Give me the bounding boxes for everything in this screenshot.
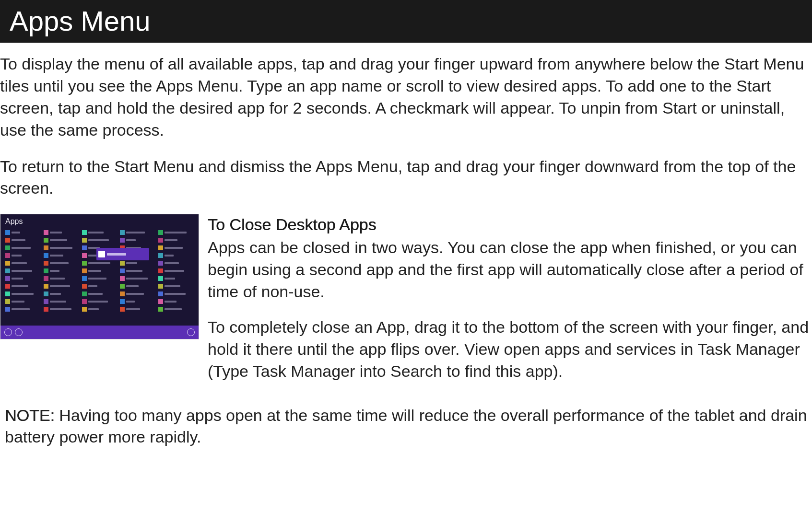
app-icon xyxy=(120,238,125,243)
app-label-placeholder xyxy=(88,262,110,264)
app-icon xyxy=(5,299,10,304)
page-title: Apps Menu xyxy=(10,5,150,36)
note-block: NOTE: Having too many apps open at the s… xyxy=(0,396,812,449)
app-label-placeholder xyxy=(12,255,22,256)
app-icon xyxy=(44,299,48,304)
app-icon xyxy=(158,299,163,304)
app-icon xyxy=(5,253,10,258)
highlighted-app-icon xyxy=(98,251,105,257)
screenshot-app-item xyxy=(82,283,118,289)
app-label-placeholder xyxy=(126,278,148,280)
app-label-placeholder xyxy=(50,301,66,303)
two-column-section: Apps To Close Desktop Apps Apps can be c… xyxy=(0,214,812,396)
app-icon xyxy=(158,245,163,250)
app-label-placeholder xyxy=(126,293,144,295)
app-icon xyxy=(120,307,125,312)
screenshot-app-item xyxy=(158,299,194,304)
screenshot-app-item xyxy=(158,283,194,289)
screenshot-footer-bar xyxy=(0,326,199,339)
app-icon xyxy=(44,284,48,289)
app-label-placeholder xyxy=(126,285,139,287)
app-label-placeholder xyxy=(165,293,186,295)
close-apps-paragraph-2: To completely close an App, drag it to t… xyxy=(208,316,812,383)
screenshot-app-item xyxy=(5,260,41,266)
app-label-placeholder xyxy=(165,301,177,303)
app-icon xyxy=(5,291,10,296)
app-label-placeholder xyxy=(12,247,31,249)
app-label-placeholder xyxy=(12,293,34,295)
screenshot-app-item xyxy=(158,276,194,281)
screenshot-app-item xyxy=(120,299,155,304)
content-area: To display the menu of all available app… xyxy=(0,43,812,448)
app-icon xyxy=(5,276,10,281)
highlighted-app-label xyxy=(107,253,126,256)
app-icon xyxy=(44,307,48,312)
app-icon xyxy=(44,268,48,273)
screenshot-column xyxy=(158,230,194,325)
screenshot-highlighted-app xyxy=(96,248,149,260)
screenshot-app-item xyxy=(5,276,41,281)
screenshot-column xyxy=(44,230,79,325)
screenshot-app-item xyxy=(44,253,79,258)
screenshot-app-item xyxy=(44,299,79,304)
app-label-placeholder xyxy=(165,255,174,256)
app-label-placeholder xyxy=(88,308,99,310)
app-label-placeholder xyxy=(50,239,67,241)
app-label-placeholder xyxy=(50,262,69,264)
app-label-placeholder xyxy=(165,285,180,287)
screenshot-app-item xyxy=(120,230,155,235)
screenshot-app-item xyxy=(5,230,41,235)
app-icon xyxy=(120,284,125,289)
note-text: Having too many apps open at the same ti… xyxy=(5,406,807,446)
app-icon xyxy=(158,253,163,258)
app-label-placeholder xyxy=(88,239,109,241)
screenshot-app-item xyxy=(5,299,41,304)
screenshot-app-item xyxy=(82,237,118,243)
app-icon xyxy=(82,307,87,312)
app-icon xyxy=(82,291,87,296)
intro-paragraph-1: To display the menu of all available app… xyxy=(0,53,812,141)
screenshot-app-item xyxy=(82,306,118,312)
app-icon xyxy=(44,230,48,235)
app-icon xyxy=(158,238,163,243)
screenshot-app-item xyxy=(82,230,118,235)
screenshot-app-item xyxy=(120,268,155,274)
app-icon xyxy=(5,230,10,235)
screenshot-app-item xyxy=(120,260,155,266)
app-icon xyxy=(120,268,125,273)
app-icon xyxy=(5,284,10,289)
app-label-placeholder xyxy=(126,239,136,241)
app-icon xyxy=(5,307,10,312)
screenshot-app-item xyxy=(120,306,155,312)
app-label-placeholder xyxy=(165,308,182,310)
app-label-placeholder xyxy=(88,278,106,280)
app-label-placeholder xyxy=(12,308,30,310)
app-icon xyxy=(82,245,87,250)
app-label-placeholder xyxy=(12,239,25,241)
app-label-placeholder xyxy=(165,232,187,233)
app-icon xyxy=(158,284,163,289)
screenshot-app-item xyxy=(158,306,194,312)
app-label-placeholder xyxy=(50,232,62,233)
screenshot-app-item xyxy=(82,268,118,274)
app-label-placeholder xyxy=(165,270,184,272)
app-icon xyxy=(158,230,163,235)
app-icon xyxy=(82,276,87,281)
screenshot-app-item xyxy=(44,237,79,243)
app-label-placeholder xyxy=(12,270,32,272)
close-apps-heading: To Close Desktop Apps xyxy=(208,214,812,236)
app-label-placeholder xyxy=(50,293,61,295)
screenshot-app-item xyxy=(158,230,194,235)
app-icon xyxy=(120,276,125,281)
app-icon xyxy=(82,253,87,258)
close-apps-paragraph-1: Apps can be closed in two ways. You can … xyxy=(208,237,812,303)
screenshot-column xyxy=(5,230,41,325)
app-label-placeholder xyxy=(12,278,23,280)
app-label-placeholder xyxy=(12,285,28,287)
screenshot-column xyxy=(120,230,155,325)
app-label-placeholder xyxy=(12,232,20,233)
screenshot-app-item xyxy=(158,245,194,251)
app-icon xyxy=(158,268,163,273)
app-icon xyxy=(5,238,10,243)
screenshot-app-item xyxy=(82,291,118,297)
